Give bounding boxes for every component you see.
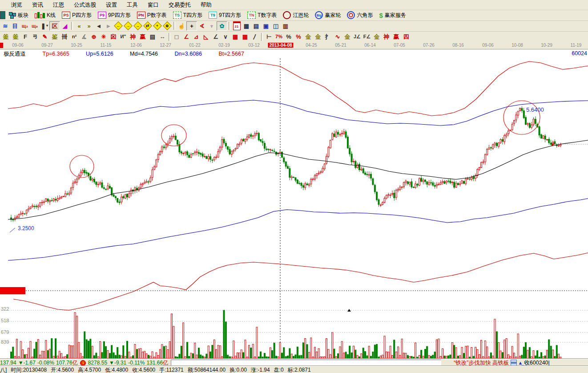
menu-江恩[interactable]: 江恩 (48, 0, 69, 10)
ruler-comb-icon[interactable]: 卌 (60, 32, 69, 41)
grid-box2-icon[interactable]: ▦ (240, 32, 250, 41)
volume-bar (181, 346, 182, 358)
calendar-icon[interactable]: 21 (232, 22, 242, 30)
fan-box2-icon[interactable]: ◺ (201, 32, 211, 41)
quote-list-icon[interactable]: 目 (10, 22, 20, 30)
price-volume-chart[interactable]: 3225186798395.64003.2500 (0, 49, 588, 359)
menu-资讯[interactable]: 资讯 (27, 0, 48, 10)
chart-area[interactable]: 极反通道 Tp=6.3665 Up=5.6126 Md=4.7546 Dn=3.… (0, 49, 588, 359)
histogram-icon[interactable]: ◢ (60, 22, 70, 30)
shen-angle-icon[interactable]: 神 (382, 32, 391, 41)
gann-circle-icon[interactable]: 鉴 (50, 32, 60, 41)
diamond-hspan-icon[interactable]: ↔ (133, 22, 143, 30)
p-square-button[interactable]: PSP四方形 (59, 11, 94, 20)
fan-box1-icon[interactable]: ⊿ (191, 32, 201, 41)
zigzag-icon[interactable]: ∨ (221, 32, 230, 41)
diamond-cross-icon[interactable]: + (153, 22, 162, 30)
splitter-icon[interactable] (511, 360, 517, 366)
percent-line1-icon[interactable]: 7% (274, 32, 284, 41)
winner-service-button[interactable]: $赢家服务 (376, 11, 408, 20)
angle-measure-icon[interactable]: ∢ (197, 22, 207, 30)
starburst-icon[interactable]: ✳ (99, 32, 109, 41)
f-angle-icon[interactable]: F∠ (362, 32, 372, 41)
signal-tower-icon[interactable]: ▲̲ (518, 360, 523, 365)
gold-circle-icon[interactable]: 金 (303, 32, 313, 41)
wave9-icon[interactable]: щ₉ (30, 22, 40, 30)
menu-窗口[interactable]: 窗口 (143, 0, 164, 10)
brush-icon[interactable]: ✎ (40, 32, 50, 41)
diamond-swap-icon[interactable]: ⇄ (143, 22, 153, 30)
menu-设置[interactable]: 设置 (101, 0, 122, 10)
box-tool-icon[interactable]: ◻ (172, 32, 181, 41)
brain-tool-icon[interactable]: ✿ (217, 21, 227, 31)
quick-entry-input[interactable] (171, 360, 441, 366)
angle-a-icon[interactable]: ∡ (79, 32, 89, 41)
menu-公式选股[interactable]: 公式选股 (69, 0, 101, 10)
kline-button[interactable]: K线 (32, 11, 58, 20)
grid-box1-icon[interactable]: ▦ (230, 32, 240, 41)
gann-tool1-icon[interactable]: 釜 (1, 32, 11, 41)
gann-tool-icon[interactable]: ♆ (207, 22, 217, 30)
news-ticker[interactable]: “铁改”步伐加快 高铁板 (454, 359, 509, 367)
calculator-icon[interactable]: ▦ (242, 22, 251, 30)
t-table-button[interactable]: TNT数字表 (245, 11, 279, 20)
fib-f-icon[interactable]: F (20, 32, 30, 41)
gold-box-icon[interactable]: 金 (342, 32, 352, 41)
first-bar-icon[interactable]: « (74, 22, 84, 30)
menu-工具[interactable]: 工具 (122, 0, 143, 10)
reverse-channel-icon[interactable]: 区 (49, 21, 60, 31)
ying-angle-icon[interactable]: 赢 (391, 32, 401, 41)
fan-lines-icon[interactable]: ∠ (181, 32, 191, 41)
diamond-all-icon[interactable]: ⊕ (162, 22, 172, 30)
candle-style-icon[interactable]: ❚▾ (40, 22, 49, 30)
gann-tool2-icon[interactable]: 釜 (11, 32, 20, 41)
crosshair-icon[interactable]: + (186, 21, 197, 31)
workstation-icon[interactable]: ▥ (281, 22, 290, 30)
diamond-right-icon[interactable]: → (123, 22, 133, 30)
spiral-icon[interactable]: 弓 (30, 32, 40, 41)
j-angle-icon[interactable]: J∠ (352, 32, 362, 41)
gann-wheel-button[interactable]: 江恩轮 (280, 11, 311, 20)
9p-square-button[interactable]: P99P四方形 (95, 11, 133, 20)
percent-line2-icon[interactable]: % (294, 32, 303, 41)
winner-wheel-button[interactable]: Big赢家轮 (312, 11, 343, 20)
menu-帮助[interactable]: 帮助 (196, 0, 217, 10)
sectors-button[interactable]: 板块 (6, 11, 31, 20)
mini-chart-icon[interactable]: ≋ (0, 22, 10, 30)
notes-icon[interactable]: ▤ (251, 22, 261, 30)
ying-ruler-icon[interactable]: 赢 (138, 32, 148, 41)
9t-square-button[interactable]: T99T四方形 (206, 11, 244, 20)
target-cross-icon[interactable]: ⊕ (89, 32, 99, 41)
wave3-icon[interactable]: щ₃ (20, 22, 30, 30)
p-table-button[interactable]: PNP数字表 (134, 11, 169, 20)
percent-icon[interactable]: % (284, 32, 294, 41)
shen-ruler-icon[interactable]: 神 (128, 32, 138, 41)
n2-comb-icon[interactable]: n² (69, 32, 79, 41)
hatch-lines-icon[interactable]: 〳 (250, 32, 260, 41)
menu-交易委托[interactable]: 交易委托 (164, 0, 196, 10)
hand-pan-icon[interactable]: ☝ (177, 22, 186, 30)
next-bar-icon[interactable]: ► (104, 22, 113, 30)
ink-brush-icon[interactable]: 扌 (323, 32, 333, 41)
save-icon[interactable]: ▣ (261, 22, 271, 30)
dropdown-arrow-icon[interactable]: ▾ (46, 24, 48, 28)
t-square-button[interactable]: TST四方形 (170, 11, 205, 20)
menu-浏览[interactable]: 浏览 (6, 0, 27, 10)
scale-histogram-icon[interactable]: ⊢ (264, 32, 274, 41)
last-bar-icon[interactable]: » (84, 22, 94, 30)
network-icon[interactable]: ◫ (271, 22, 281, 30)
hspan-ruler-icon[interactable]: ↔ (157, 32, 167, 41)
clipped-module-icon[interactable] (0, 11, 5, 19)
trend-lines-icon[interactable]: ∠ (211, 32, 221, 41)
i-quote-icon[interactable]: И" (118, 32, 128, 41)
wave-lines-icon[interactable]: ∿ (333, 32, 342, 41)
web-box-icon[interactable]: 囟 (109, 32, 118, 41)
volume-bar (11, 352, 12, 358)
diamond-left-icon[interactable]: ← (113, 22, 123, 30)
gold-angle-icon[interactable]: 金 (372, 32, 382, 41)
gold-lines-icon[interactable]: 金 (313, 32, 323, 41)
hexagon-button[interactable]: 六角形 (344, 11, 375, 20)
ruler-123-icon[interactable]: ▤ (148, 32, 157, 41)
si-angle-icon[interactable]: 四 (401, 32, 411, 41)
prev-bar-icon[interactable]: ◄ (94, 22, 104, 30)
